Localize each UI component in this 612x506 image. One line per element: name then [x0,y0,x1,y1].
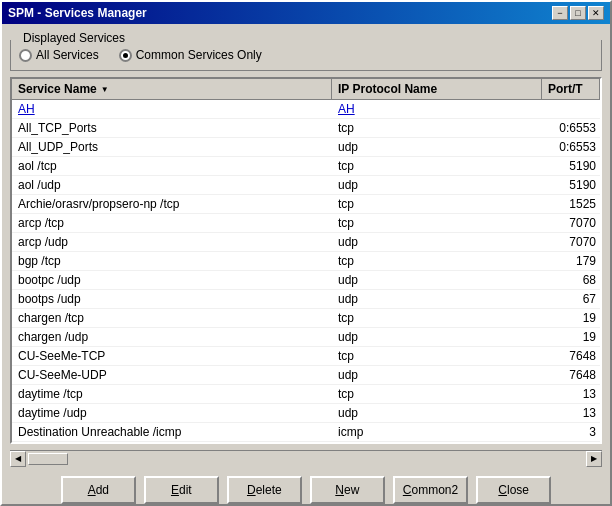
button-bar: Add Edit Delete New Common2 Close [10,472,602,506]
cell-ip: AH [332,100,542,118]
cell-ip: tcp [332,157,542,175]
table-row[interactable]: bgp /tcptcp179 [12,252,600,271]
cell-ip: udp [332,366,542,384]
cell-ip: tcp [332,195,542,213]
cell-service: arcp /tcp [12,214,332,232]
cell-ip: tcp [332,214,542,232]
cell-ip: tcp [332,252,542,270]
cell-service: All_TCP_Ports [12,119,332,137]
cell-ip: udp [332,404,542,422]
cell-ip: udp [332,290,542,308]
table-row[interactable]: chargen /udpudp19 [12,328,600,347]
cell-ip: tcp [332,347,542,365]
cell-ip: udp [332,176,542,194]
table-row[interactable]: daytime /tcptcp13 [12,385,600,404]
radio-all-circle [19,49,32,62]
radio-all-services[interactable]: All Services [19,48,99,62]
cell-port: 68 [542,271,600,289]
table-row[interactable]: arcp /udpudp7070 [12,233,600,252]
cell-service: chargen /udp [12,328,332,346]
cell-port: 67 [542,290,600,308]
maximize-button[interactable]: □ [570,6,586,20]
ip-link[interactable]: AH [338,102,355,116]
table-row[interactable]: All_UDP_Portsudp0:6553 [12,138,600,157]
radio-common-services[interactable]: Common Services Only [119,48,262,62]
table-row[interactable]: AHAH [12,100,600,119]
th-service-name[interactable]: Service Name ▼ [12,79,332,99]
cell-port: 7070 [542,233,600,251]
services-table: Service Name ▼ IP Protocol Name Port/T A… [10,77,602,444]
th-ip-protocol[interactable]: IP Protocol Name [332,79,542,99]
table-row[interactable]: bootps /udpudp67 [12,290,600,309]
title-bar-buttons: − □ ✕ [552,6,604,20]
displayed-services-group: Displayed Services All Services Common S… [10,40,602,71]
radio-all-label: All Services [36,48,99,62]
cell-ip: udp [332,233,542,251]
cell-service: daytime /udp [12,404,332,422]
table-row[interactable]: CU-SeeMe-TCPtcp7648 [12,347,600,366]
radio-common-label: Common Services Only [136,48,262,62]
main-content: Displayed Services All Services Common S… [2,24,610,506]
close-button-bar[interactable]: Close [476,476,551,504]
scroll-left-button[interactable]: ◀ [10,451,26,467]
table-row[interactable]: bootpc /udpudp68 [12,271,600,290]
edit-button[interactable]: Edit [144,476,219,504]
cell-ip: icmp [332,423,542,441]
cell-port [542,100,600,118]
radio-common-circle [119,49,132,62]
table-row[interactable]: CU-SeeMe-UDPudp7648 [12,366,600,385]
cell-port: 7648 [542,347,600,365]
cell-port: 5190 [542,157,600,175]
table-header: Service Name ▼ IP Protocol Name Port/T [12,79,600,100]
delete-button[interactable]: Delete [227,476,302,504]
table-row[interactable]: arcp /tcptcp7070 [12,214,600,233]
cell-port: 19 [542,328,600,346]
group-legend: Displayed Services [19,31,129,45]
table-row[interactable]: aol /tcptcp5190 [12,157,600,176]
scroll-track[interactable] [26,451,586,467]
cell-port: 1525 [542,195,600,213]
cell-service: aol /udp [12,176,332,194]
cell-service: bgp /tcp [12,252,332,270]
cell-service: bootpc /udp [12,271,332,289]
cell-port: 13 [542,404,600,422]
radio-group: All Services Common Services Only [19,46,593,62]
table-row[interactable]: daytime /udpudp13 [12,404,600,423]
table-row[interactable]: Destination Unreachable /icmpicmp3 [12,423,600,442]
minimize-button[interactable]: − [552,6,568,20]
cell-port: 3 [542,423,600,441]
sort-arrow-icon: ▼ [101,85,109,94]
scroll-right-button[interactable]: ▶ [586,451,602,467]
cell-port: 7648 [542,366,600,384]
cell-ip: udp [332,138,542,156]
cell-port: 5190 [542,176,600,194]
close-button[interactable]: ✕ [588,6,604,20]
table-row[interactable]: Archie/orasrv/propsero-np /tcptcp1525 [12,195,600,214]
cell-service: Archie/orasrv/propsero-np /tcp [12,195,332,213]
cell-ip: udp [332,271,542,289]
cell-port: 0:6553 [542,119,600,137]
cell-ip: tcp [332,385,542,403]
table-row[interactable]: chargen /tcptcp19 [12,309,600,328]
cell-ip: tcp [332,119,542,137]
cell-ip: udp [332,328,542,346]
cell-service: bootps /udp [12,290,332,308]
common2-button[interactable]: Common2 [393,476,468,504]
cell-port: 13 [542,385,600,403]
table-row[interactable]: aol /udpudp5190 [12,176,600,195]
cell-service: chargen /tcp [12,309,332,327]
cell-service: CU-SeeMe-TCP [12,347,332,365]
window-title: SPM - Services Manager [8,6,147,20]
service-link[interactable]: AH [18,102,35,116]
cell-service: arcp /udp [12,233,332,251]
horizontal-scrollbar[interactable]: ◀ ▶ [10,450,602,466]
th-port[interactable]: Port/T [542,79,600,99]
cell-port: 7070 [542,214,600,232]
cell-service: CU-SeeMe-UDP [12,366,332,384]
cell-service: AH [12,100,332,118]
cell-service: daytime /tcp [12,385,332,403]
add-button[interactable]: Add [61,476,136,504]
new-button[interactable]: New [310,476,385,504]
scroll-thumb[interactable] [28,453,68,465]
table-row[interactable]: All_TCP_Portstcp0:6553 [12,119,600,138]
